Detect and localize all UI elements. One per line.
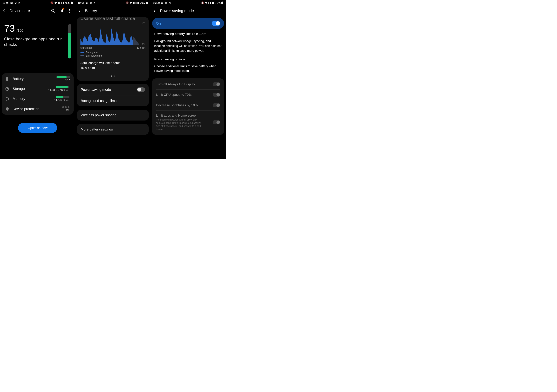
svg-rect-6 xyxy=(62,9,63,12)
usage-card[interactable]: Usage since last full charge 100 0% 5 d … xyxy=(77,17,149,81)
aod-row[interactable]: Turn off Always On Display xyxy=(152,79,224,90)
search-icon[interactable] xyxy=(51,9,55,13)
status-bar: 19:09 ▣ ·✪· ⧈ ⬚ 🔇 ▮▮ ▮▮ 75% xyxy=(150,0,226,6)
limit-apps-label: Limit apps and Home screen xyxy=(156,114,210,117)
svg-rect-1 xyxy=(71,2,73,4)
more-battery-settings-row[interactable]: More battery settings xyxy=(77,124,149,135)
dot-icon: ·✪· xyxy=(14,1,17,4)
svg-rect-0 xyxy=(72,1,72,2)
protection-dots xyxy=(45,106,69,108)
wifi-icon xyxy=(130,2,132,4)
usage-heading: Usage since last full charge xyxy=(81,16,146,20)
back-button[interactable] xyxy=(153,9,157,13)
signal2-icon: ▮▮ xyxy=(212,1,214,4)
limit-apps-row[interactable]: Limit apps and Home screen For maximum p… xyxy=(156,110,220,134)
aod-label: Turn off Always On Display xyxy=(156,82,210,86)
full-charge-line2: 15 h 48 m xyxy=(81,65,146,71)
power-saving-mode-label: Power saving mode xyxy=(81,88,137,92)
brightness-label: Decrease brightness by 10% xyxy=(156,103,210,107)
status-battery-pct: 76% xyxy=(65,1,70,4)
battery-icon xyxy=(71,1,73,4)
legend-battery: Battery use xyxy=(86,51,98,54)
image-icon: ▣ xyxy=(86,1,88,4)
svg-rect-23 xyxy=(221,2,223,4)
power-saving-options-list: Turn off Always On Display Limit CPU spe… xyxy=(152,78,224,135)
wireless-power-sharing-label: Wireless power sharing xyxy=(81,113,145,117)
back-button[interactable] xyxy=(77,9,82,13)
memory-sub: 4.5 GB /8 GB xyxy=(45,98,69,101)
chart-legend: Battery use Estimated time xyxy=(81,51,146,57)
status-time: 19:08 xyxy=(78,1,85,4)
signal-icon: ▮▮ xyxy=(58,1,60,4)
app-bar: Device care xyxy=(0,6,75,16)
wireless-power-sharing-row[interactable]: Wireless power sharing xyxy=(77,110,149,121)
cc-icon: ⧈ xyxy=(94,1,95,4)
more-settings-card: More battery settings xyxy=(77,124,149,135)
cpu-row[interactable]: Limit CPU speed to 70% xyxy=(156,90,220,100)
storage-icon xyxy=(5,87,9,91)
battery-icon xyxy=(146,1,148,4)
limit-apps-sub: For maximum power saving, allow only sel… xyxy=(156,118,206,131)
battery-screen: 19:08 ▣ ·✪· ⧈ 🔇 ▮▮ ▮▮ 76% Battery Usage … xyxy=(75,0,151,159)
back-button[interactable] xyxy=(2,9,6,13)
power-saving-mode-row[interactable]: Power saving mode xyxy=(77,84,149,95)
app-bar: Power saving mode xyxy=(150,6,226,16)
leaf-icon: ⬚ xyxy=(198,1,200,4)
svg-rect-13 xyxy=(6,98,8,100)
status-battery-pct: 76% xyxy=(140,1,145,4)
page-title: Power saving mode xyxy=(160,8,194,13)
svg-rect-11 xyxy=(6,77,8,81)
score-max: /100 xyxy=(17,29,23,32)
status-time: 19:09 xyxy=(153,1,160,4)
on-toggle-pill[interactable]: On xyxy=(152,18,224,29)
svg-rect-5 xyxy=(61,10,62,12)
power-saving-mode-toggle[interactable] xyxy=(137,87,145,92)
aod-toggle[interactable] xyxy=(213,82,220,86)
full-charge-line1: A full charge will last about: xyxy=(81,60,146,65)
legend-estimated: Estimated time xyxy=(86,54,102,57)
svg-rect-10 xyxy=(7,77,8,77)
care-list: Battery 12 h Storage 114.3 GB /128 GB Me… xyxy=(2,73,74,115)
battery-icon xyxy=(221,1,223,4)
score-bar-fill xyxy=(68,33,71,58)
cpu-label: Limit CPU speed to 70% xyxy=(156,93,210,97)
device-care-screen: 19:08 ▣ ·✪· ⧈ 🔇 ▮▮ ▮▮ 76% Device care xyxy=(0,0,75,159)
memory-label: Memory xyxy=(13,97,42,101)
dot-icon: ·✪· xyxy=(164,1,168,4)
battery-label: Battery xyxy=(13,77,43,81)
score-hint: Close background apps and run checks xyxy=(4,36,66,48)
image-icon: ▣ xyxy=(161,1,163,4)
chart-x-left: 5 d 6 h ago xyxy=(81,46,92,49)
optimise-button[interactable]: Optimise now xyxy=(18,123,57,133)
battery-icon xyxy=(5,77,9,81)
battery-sub: 12 h xyxy=(46,78,70,81)
brightness-toggle[interactable] xyxy=(213,103,220,107)
storage-row[interactable]: Storage 114.3 GB /128 GB xyxy=(6,84,69,94)
mute-icon: 🔇 xyxy=(201,1,204,4)
svg-rect-22 xyxy=(222,1,223,2)
svg-point-7 xyxy=(69,9,70,10)
device-protection-row[interactable]: Device protection Off xyxy=(6,104,69,114)
power-saving-master-toggle[interactable] xyxy=(212,21,220,26)
page-title: Device care xyxy=(10,8,30,13)
svg-rect-4 xyxy=(60,11,60,12)
brightness-row[interactable]: Decrease brightness by 10% xyxy=(156,100,220,110)
wifi-icon xyxy=(205,2,207,4)
more-icon[interactable] xyxy=(67,9,72,13)
cc-icon: ⧈ xyxy=(18,1,20,4)
background-usage-limits-row[interactable]: Background usage limits xyxy=(81,95,145,106)
stats-icon[interactable] xyxy=(59,9,63,13)
memory-icon xyxy=(5,97,9,101)
chart-y-top: 100 xyxy=(142,22,146,24)
score-value: 73 xyxy=(4,23,15,34)
memory-row[interactable]: Memory 4.5 GB /8 GB xyxy=(6,94,69,104)
status-battery-pct: 75% xyxy=(215,1,221,4)
limit-apps-toggle[interactable] xyxy=(213,120,220,124)
battery-row[interactable]: Battery 12 h xyxy=(2,74,74,84)
power-saving-description: Background network usage, syncing, and l… xyxy=(154,39,222,53)
status-bar: 19:08 ▣ ·✪· ⧈ 🔇 ▮▮ ▮▮ 76% xyxy=(75,0,151,6)
shield-icon xyxy=(5,107,9,111)
pager-dots[interactable] xyxy=(81,75,146,77)
cpu-toggle[interactable] xyxy=(213,93,220,97)
svg-point-9 xyxy=(69,12,70,13)
